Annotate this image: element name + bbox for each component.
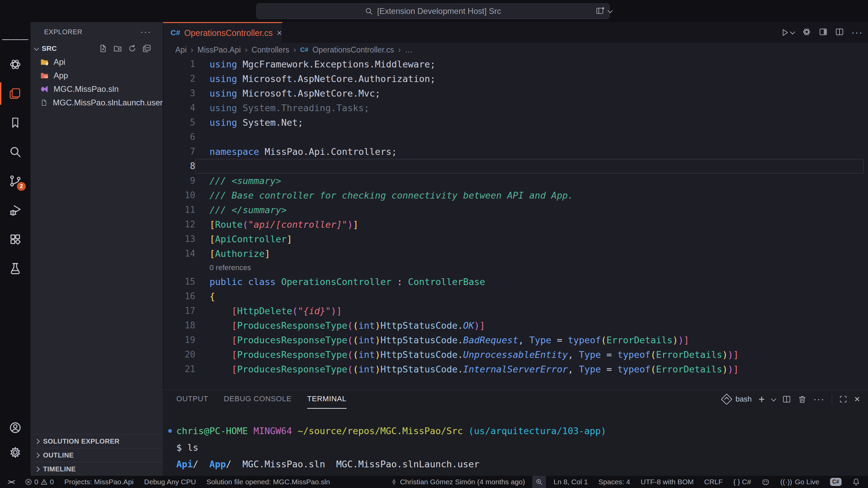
breadcrumb-item[interactable]: … [405,45,413,55]
code-line-12[interactable]: 12[Route("api/[controller]")] [163,217,868,232]
kill-terminal-icon[interactable] [798,395,807,404]
line-number[interactable]: 18 [163,318,195,333]
encoding-item[interactable]: UTF-8 with BOM [637,476,696,488]
run-button[interactable] [781,28,794,37]
chatgpt-icon[interactable] [0,50,31,79]
tree-item-mgc-misspao-sln[interactable]: MGC.MissPao.sln [31,82,163,96]
extensions-icon[interactable] [0,225,31,254]
source-control-icon[interactable]: 2 [0,166,31,196]
terminal-dropdown-icon[interactable] [771,396,776,402]
code-line-20[interactable]: 20 [ProducesResponseType((int)HttpStatus… [163,347,868,362]
code-line-19[interactable]: 19 [ProducesResponseType((int)HttpStatus… [163,333,868,347]
toggle-secondary-sidebar-icon[interactable] [819,27,828,38]
code-line-3[interactable]: 3using Microsoft.AspNetCore.Mvc; [163,86,868,101]
language-mode-item[interactable]: { } C# [730,476,754,488]
new-folder-icon[interactable] [113,44,122,53]
collapse-all-icon[interactable] [142,44,151,53]
code-line-5[interactable]: 5using System.Net; [163,115,868,130]
code-line-1[interactable]: 1using MgcFramework.Exceptions.Middlewar… [163,57,868,72]
problems-item[interactable]: 0 0 [22,476,57,488]
terminal[interactable]: chris@PC-HOME MINGW64 ~/source/repos/MGC… [163,423,868,476]
code-line-8[interactable]: 8 [163,159,868,174]
close-panel-icon[interactable]: × [854,394,860,405]
line-number[interactable]: 11 [163,203,195,217]
split-terminal-icon[interactable] [782,395,791,404]
codelens-references[interactable]: 0 references [163,261,868,274]
settings-gear-icon[interactable] [0,438,31,467]
line-number[interactable]: 3 [163,86,195,101]
code-editor[interactable]: 1using MgcFramework.Exceptions.Middlewar… [163,57,868,390]
account-icon[interactable] [0,418,31,438]
code-line-11[interactable]: 11/// </summary> [163,203,868,217]
line-number[interactable]: 10 [163,188,195,203]
terminal-shell-item[interactable]: bash [723,395,752,404]
line-number[interactable]: 15 [163,274,195,289]
robot-extension-icon[interactable] [758,476,773,488]
code-line-9[interactable]: 9/// <summary> [163,174,868,188]
code-line-6[interactable]: 6 [163,130,868,144]
search-icon[interactable] [0,137,31,166]
zoom-item[interactable] [532,476,546,488]
line-number[interactable]: 2 [163,72,195,86]
line-number[interactable]: 16 [163,289,195,304]
maximize-panel-icon[interactable] [839,395,848,404]
code-line-15[interactable]: 15public class OperationsController : Co… [163,274,868,289]
command-center-search[interactable]: [Extension Development Host] Src [256,3,610,19]
explorer-more-actions[interactable]: ··· [140,27,151,37]
customize-layout-button[interactable] [595,4,612,18]
indentation-item[interactable]: Spaces: 4 [595,476,633,488]
line-number[interactable]: 7 [163,144,195,159]
new-terminal-button[interactable]: + [758,393,765,406]
line-number[interactable]: 8 [163,159,195,174]
split-editor-icon[interactable] [835,27,844,38]
terminal-more-actions-icon[interactable]: ··· [813,394,825,405]
panel-tab-terminal[interactable]: TERMINAL [307,390,347,409]
line-number[interactable]: 9 [163,174,195,188]
solution-item[interactable]: Solution file opened: MGC.MissPao.sln [203,476,333,488]
line-number[interactable]: 21 [163,362,195,377]
cursor-position-item[interactable]: Ln 8, Col 1 [550,476,591,488]
refresh-icon[interactable] [128,44,137,53]
section-timeline[interactable]: TIMELINE [31,462,163,476]
section-solution-explorer[interactable]: SOLUTION EXPLORER [31,434,163,448]
close-tab-icon[interactable]: × [277,28,282,38]
eol-item[interactable]: CRLF [701,476,726,488]
line-number[interactable]: 12 [163,217,195,232]
csharp-devkit-item[interactable]: C# [827,476,845,488]
tab-operationscontroller[interactable]: C# OperationsController.cs × [163,22,282,43]
line-number[interactable]: 6 [163,130,195,144]
tree-item-mgc-misspao-slnlaunch-user[interactable]: MGC.MissPao.slnLaunch.user [31,96,163,109]
breadcrumb[interactable]: Api›MissPao.Api›Controllers›C#Operations… [163,43,868,57]
go-live-item[interactable]: ((·)) Go Live [777,476,822,488]
testing-icon[interactable] [0,254,31,283]
run-and-debug-icon[interactable] [0,196,31,225]
tree-item-app[interactable]: App [31,69,163,82]
code-line-17[interactable]: 17 [HttpDelete("{id}")] [163,304,868,318]
line-number[interactable]: 20 [163,347,195,362]
code-line-7[interactable]: 7namespace MissPao.Api.Controllers; [163,144,868,159]
menu-button[interactable] [0,29,31,50]
build-config-item[interactable]: Debug Any CPU [141,476,199,488]
bookmarks-icon[interactable] [0,108,31,137]
line-number[interactable]: 14 [163,246,195,261]
more-actions-icon[interactable]: ··· [851,27,863,38]
explorer-icon[interactable] [0,79,31,108]
code-line-16[interactable]: 16{ [163,289,868,304]
code-line-18[interactable]: 18 [ProducesResponseType((int)HttpStatus… [163,318,868,333]
code-line-13[interactable]: 13[ApiController] [163,232,868,246]
projects-item[interactable]: Projects: MissPao.Api [61,476,137,488]
line-number[interactable]: 19 [163,333,195,347]
command-decoration-dot[interactable] [168,429,172,433]
panel-tab-output[interactable]: OUTPUT [176,390,208,409]
breadcrumb-item[interactable]: Controllers [252,45,289,55]
breadcrumb-item[interactable]: OperationsController.cs [313,45,394,55]
code-line-14[interactable]: 14[Authorize] [163,246,868,261]
section-outline[interactable]: OUTLINE [31,448,163,462]
chatgpt-editor-icon[interactable] [802,27,811,38]
code-line-10[interactable]: 10/// Base controller for checking conne… [163,188,868,203]
remote-indicator[interactable]: >< [4,476,18,488]
tree-root-src[interactable]: SRC [31,42,163,55]
tree-item-api[interactable]: #Api [31,55,163,69]
line-number[interactable]: 4 [163,101,195,115]
code-line-2[interactable]: 2using Microsoft.AspNetCore.Authorizatio… [163,72,868,86]
